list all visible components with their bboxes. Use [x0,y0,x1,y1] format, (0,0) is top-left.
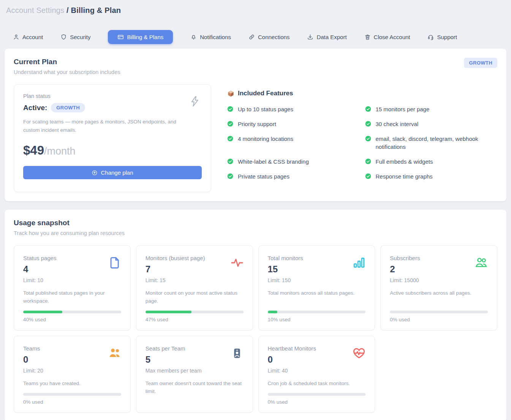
tab-close-account[interactable]: Close Account [364,34,410,40]
card-title: Subscribers [390,255,420,261]
feature-item: 15 monitors per page [365,105,490,114]
trash-icon [364,34,371,40]
usage-grid: Status pages 4 Limit: 10 Total published… [14,245,497,413]
feature-item: 30 check interval [365,120,490,128]
tab-support[interactable]: Support [427,34,457,40]
tab-label: Support [437,34,457,40]
plan-price: $49/month [23,143,202,158]
card-title: Monitors (busiest page) [146,255,205,261]
tab-label: Security [70,34,90,40]
feature-item: White-label & CSS branding [227,158,353,166]
credit-card-icon [117,34,124,40]
card-limit: Limit: 40 [268,368,316,374]
feature-label: email, slack, discord, telegram, webhook… [376,135,490,152]
progress-fill [23,311,62,313]
usage-progress: 0% used [268,388,366,405]
feature-item: Priority support [227,120,353,128]
card-title: Heartbeat Monitors [268,345,316,352]
feature-label: Private status pages [238,172,290,181]
feature-item: Up to 10 status pages [227,105,353,114]
check-circle-icon [227,158,233,164]
tab-account[interactable]: Account [13,34,43,40]
usage-card-monitors-busiest: Monitors (busiest page) 7 Limit: 15 Moni… [136,245,253,330]
feature-label: 4 monitoring locations [238,135,293,152]
current-plan-title: Current Plan [14,58,120,66]
feature-item: Response time graphs [365,172,490,181]
settings-tabbar: Account Security Billing & Plans Notific… [13,30,506,44]
feature-label: 15 monitors per page [376,105,430,114]
plan-status-badge: GROWTH [51,103,85,112]
users-icon [475,256,488,269]
activity-icon [231,256,244,269]
check-circle-icon [365,106,371,112]
bell-icon [190,34,197,40]
usage-card-total-monitors: Total monitors 15 Limit: 150 Total monit… [258,245,375,330]
plan-status-card: Plan status Active: GROWTH For scaling t… [14,84,211,192]
usage-progress: 0% used [23,388,121,405]
feature-label: Response time graphs [376,172,433,181]
breadcrumb-separator: / [66,6,69,14]
usage-card-subscribers: Subscribers 2 Limit: 15000 Active subscr… [380,245,497,330]
file-icon [108,256,121,269]
feature-item: Private status pages [227,172,353,181]
card-value: 7 [146,264,205,275]
tab-billing-plans[interactable]: Billing & Plans [108,30,173,44]
feature-item: email, slack, discord, telegram, webhook… [365,135,490,152]
features-grid: Up to 10 status pages Priority support 4… [227,105,495,181]
percent-used-label: 40% used [23,317,121,322]
usage-card-teams: Teams 0 Limit: 20 Teams you have created… [14,336,131,413]
current-plan-subtitle: Understand what your subscription includ… [14,69,120,75]
card-value: 0 [268,354,316,365]
usage-card-heartbeat-monitors: Heartbeat Monitors 0 Limit: 40 Cron job … [258,336,375,413]
package-icon [227,90,234,97]
card-title: Total monitors [268,255,303,261]
card-limit: Limit: 10 [23,277,57,283]
tab-notifications[interactable]: Notifications [190,34,231,40]
download-icon [307,34,313,40]
usage-title: Usage snapshot [14,219,125,227]
progress-fill [268,311,278,313]
percent-used-label: 0% used [390,317,488,322]
features-title: Included Features [238,90,293,97]
breadcrumb-section: Account Settings [6,6,64,14]
change-plan-label: Change plan [101,169,133,176]
tab-label: Account [22,34,43,40]
card-limit: Max members per team [146,368,202,374]
check-circle-icon [365,173,371,179]
card-limit: Limit: 15000 [390,277,420,283]
plan-tier-badge: GROWTH [464,58,497,68]
included-features: Included Features Up to 10 status pages … [227,84,497,192]
check-circle-icon [227,173,233,179]
link-icon [248,34,255,40]
team-icon [108,347,121,360]
tab-connections[interactable]: Connections [248,34,290,40]
feature-label: Priority support [238,120,276,128]
progress-track [268,311,366,313]
usage-subtitle: Track how you are consuming plan resourc… [14,230,125,236]
shield-icon [60,34,67,40]
tab-label: Close Account [374,34,410,40]
feature-label: White-label & CSS branding [238,158,309,166]
billing-plan-page: Account Settings / Billing & Plan Accoun… [0,0,511,420]
tab-label: Notifications [200,34,231,40]
card-value: 4 [23,264,57,275]
plan-description: For scaling teams — more pages & monitor… [23,118,183,134]
breadcrumb: Account Settings / Billing & Plan [5,5,506,15]
card-description: Monitor count on your most active status… [146,289,244,305]
feature-item: Full embeds & widgets [365,158,490,166]
progress-track [146,311,244,313]
card-value: 15 [268,264,303,275]
usage-progress: 0% used [390,305,488,322]
usage-card-seats-per-team: Seats per Team 5 Max members per team Te… [136,336,253,413]
page-title: Billing & Plan [71,6,121,14]
tab-security[interactable]: Security [60,34,90,40]
feature-label: Full embeds & widgets [376,158,433,166]
plan-status-label: Plan status [23,93,202,99]
change-plan-button[interactable]: Change plan [23,166,202,179]
tab-label: Connections [258,34,290,40]
check-circle-icon [227,121,233,127]
tab-label: Billing & Plans [127,34,163,40]
empty-grid-cell [380,336,497,413]
tab-data-export[interactable]: Data Export [307,34,346,40]
usage-snapshot-panel: Usage snapshot Track how you are consumi… [5,210,506,420]
